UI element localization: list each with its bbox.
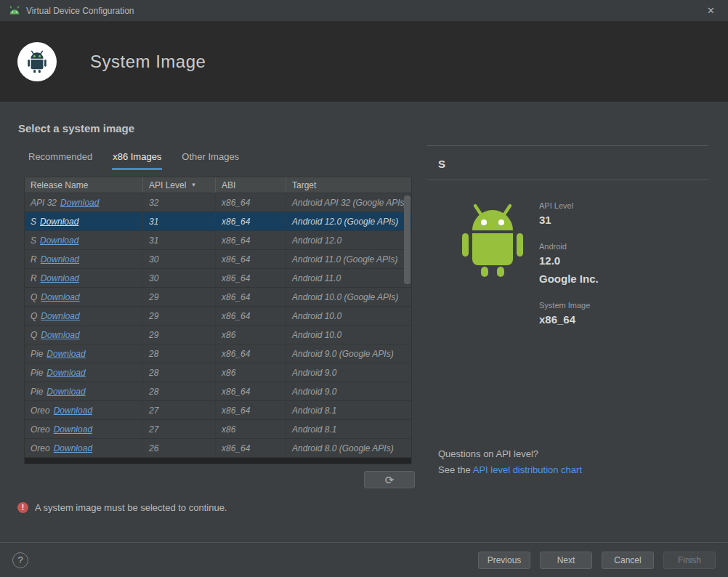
download-link[interactable]: Download <box>46 349 85 359</box>
target-cell: Android 11.0 (Google APIs) <box>286 250 411 268</box>
finish-button[interactable]: Finish <box>663 552 716 569</box>
table-row[interactable]: S Download 31 x86_64 Android 12.0 <box>25 231 411 250</box>
release-name-text: S <box>31 235 36 246</box>
download-link[interactable]: Download <box>46 368 85 378</box>
android-app-icon <box>9 5 20 17</box>
system-image-table: Release Name API Level ▼ ABI Target API … <box>24 177 412 464</box>
abi-cell: x86_64 <box>216 212 286 230</box>
column-header-abi[interactable]: ABI <box>216 177 286 193</box>
api-level-cell: 26 <box>143 439 216 457</box>
table-row[interactable]: Oreo Download 26 x86_64 Android 8.0 (Goo… <box>25 439 411 458</box>
previous-button[interactable]: Previous <box>478 552 530 569</box>
footer-buttons: Previous Next Cancel Finish <box>478 552 716 569</box>
api-level-label: API Level <box>539 201 599 210</box>
download-link[interactable]: Download <box>60 198 99 208</box>
api-question-text: Questions on API level? <box>438 448 582 459</box>
release-name-cell: Q Download <box>25 326 143 344</box>
release-name-cell: S Download <box>25 212 143 230</box>
table-scrollbar-thumb[interactable] <box>404 195 410 284</box>
api-level-cell: 28 <box>143 382 216 400</box>
android-version-value: 12.0 <box>539 254 599 267</box>
api-level-cell: 27 <box>143 401 216 419</box>
download-link[interactable]: Download <box>41 273 79 283</box>
target-cell: Android 11.0 <box>286 269 411 287</box>
error-icon: ! <box>17 502 28 513</box>
column-header-release-name[interactable]: Release Name <box>25 177 143 193</box>
release-name-text: Oreo <box>31 424 50 435</box>
release-name-text: Pie <box>31 349 43 359</box>
table-header-row: Release Name API Level ▼ ABI Target <box>25 177 411 193</box>
abi-cell: x86_64 <box>216 288 286 306</box>
download-link[interactable]: Download <box>40 217 78 227</box>
api-level-cell: 29 <box>143 288 216 306</box>
target-cell: Android 8.1 <box>286 420 411 438</box>
release-name-cell: R Download <box>25 250 143 268</box>
table-row[interactable]: Q Download 29 x86 Android 10.0 <box>25 326 411 344</box>
tab-other-images[interactable]: Other Images <box>181 150 240 170</box>
sort-desc-icon: ▼ <box>190 182 196 188</box>
table-row[interactable]: Pie Download 28 x86_64 Android 9.0 <box>25 382 411 401</box>
release-name-cell: Oreo Download <box>25 439 143 457</box>
api-level-header-label: API Level <box>149 180 186 190</box>
table-row[interactable]: R Download 30 x86_64 Android 11.0 (Googl… <box>25 250 411 269</box>
next-button[interactable]: Next <box>540 552 592 569</box>
refresh-button[interactable]: ⟳ <box>364 471 415 488</box>
download-link[interactable]: Download <box>41 330 79 340</box>
table-row[interactable]: Oreo Download 27 x86_64 Android 8.1 <box>25 401 411 420</box>
api-level-cell: 31 <box>143 212 216 230</box>
download-link[interactable]: Download <box>41 311 79 321</box>
table-row[interactable]: S Download 31 x86_64 Android 12.0 (Googl… <box>25 212 411 231</box>
api-level-value: 31 <box>539 214 599 226</box>
column-header-target[interactable]: Target <box>286 177 411 193</box>
release-name-text: R <box>31 254 37 265</box>
cancel-button[interactable]: Cancel <box>602 552 654 569</box>
release-name-text: Q <box>31 330 37 340</box>
table-row[interactable]: Q Download 29 x86_64 Android 10.0 <box>25 307 411 326</box>
image-tabs: Recommended x86 Images Other Images <box>28 150 240 170</box>
abi-cell: x86_64 <box>216 401 286 419</box>
close-icon[interactable]: ✕ <box>703 4 719 17</box>
table-row[interactable]: R Download 30 x86_64 Android 11.0 <box>25 269 411 288</box>
api-level-cell: 31 <box>143 231 216 249</box>
abi-cell: x86_64 <box>216 193 286 211</box>
table-row[interactable]: Pie Download 28 x86 Android 9.0 <box>25 363 411 382</box>
abi-cell: x86_64 <box>216 250 286 268</box>
api-level-cell: 27 <box>143 420 216 438</box>
see-the-text: See the <box>438 464 473 475</box>
table-row[interactable]: Oreo Download 27 x86 Android 8.1 <box>25 420 411 439</box>
table-row[interactable]: API 32 Download 32 x86_64 Android API 32… <box>25 193 411 212</box>
api-distribution-chart-link[interactable]: API level distribution chart <box>473 464 582 475</box>
help-button[interactable]: ? <box>12 552 28 568</box>
abi-cell: x86_64 <box>216 307 286 325</box>
system-image-table-body: API 32 Download 32 x86_64 Android API 32… <box>25 193 411 458</box>
target-header-label: Target <box>292 180 316 190</box>
window-title: Virtual Device Configuration <box>26 6 134 16</box>
panel-divider <box>427 179 708 180</box>
download-link[interactable]: Download <box>54 443 92 453</box>
table-row[interactable]: Pie Download 28 x86_64 Android 9.0 (Goog… <box>25 344 411 363</box>
abi-cell: x86_64 <box>216 231 286 249</box>
abi-cell: x86 <box>216 363 286 382</box>
download-link[interactable]: Download <box>40 235 78 246</box>
api-level-cell: 28 <box>143 363 216 382</box>
target-cell: Android 8.1 <box>286 401 411 419</box>
api-level-cell: 30 <box>143 269 216 287</box>
tab-x86-images[interactable]: x86 Images <box>112 150 162 170</box>
download-link[interactable]: Download <box>54 424 92 435</box>
validation-error: ! A system image must be selected to con… <box>17 502 227 513</box>
abi-cell: x86 <box>216 326 286 344</box>
download-link[interactable]: Download <box>41 254 79 265</box>
android-robot-image <box>459 203 526 281</box>
details-panel: S API Level 31 Andro <box>427 145 708 488</box>
release-name-header-label: Release Name <box>31 180 88 190</box>
table-row[interactable]: Q Download 29 x86_64 Android 10.0 (Googl… <box>25 288 411 307</box>
download-link[interactable]: Download <box>41 292 79 302</box>
download-link[interactable]: Download <box>54 405 92 416</box>
download-link[interactable]: Download <box>46 387 85 397</box>
api-level-cell: 28 <box>143 344 216 363</box>
column-header-api-level[interactable]: API Level ▼ <box>143 177 216 193</box>
release-name-text: Oreo <box>31 443 50 453</box>
tab-recommended[interactable]: Recommended <box>28 150 93 170</box>
target-cell: Android 12.0 (Google APIs) <box>286 212 411 230</box>
system-image-value: x86_64 <box>539 313 599 326</box>
